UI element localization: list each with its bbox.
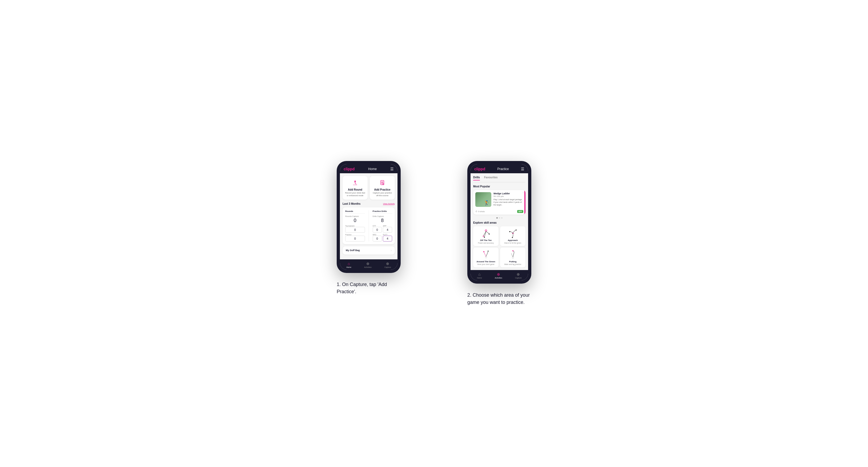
add-practice-subtitle: Capture your practice off-the-course (372, 192, 393, 197)
putting-subtitle: Make and lag practice (504, 263, 521, 265)
svg-point-19 (513, 250, 514, 251)
dots-indicator (473, 217, 525, 219)
nav-capture-1[interactable]: ⊕ Capture (384, 261, 391, 268)
activities-icon-2: ⊕ (497, 272, 500, 276)
add-round-card[interactable]: Add Round Record your shots fast or enha… (343, 176, 368, 200)
ott-label: OTT (373, 225, 382, 227)
nav-capture-label-1: Capture (384, 266, 391, 268)
view-activity-link[interactable]: View Activity (383, 203, 395, 205)
svg-rect-0 (353, 184, 357, 185)
skill-off-the-tee[interactable]: Off The Tee Power and accuracy (473, 226, 498, 246)
phone-1-frame: clippd Home ☰ (337, 161, 401, 273)
putting-title: Putting (509, 260, 517, 263)
nav-home-1[interactable]: ⌂ Home (346, 261, 351, 268)
app-stat: APP 4 (383, 225, 392, 233)
nav-capture-2[interactable]: ⊕ Capture (515, 272, 522, 279)
chevron-right-icon: › (391, 249, 392, 252)
tab-drills[interactable]: Drills (473, 176, 480, 181)
add-round-title: Add Round (348, 188, 362, 191)
skill-approach[interactable]: Approach Dial-in to hit the green (500, 226, 525, 246)
drills-capture-label: Drills Capture (373, 215, 393, 217)
clock-icon: ⏱ (475, 210, 477, 213)
skill-around-green[interactable]: Around The Green Hone your short game (473, 248, 498, 267)
practice-stat: Practice 0 (345, 234, 365, 242)
add-practice-title: Add Practice (374, 188, 390, 191)
svg-point-18 (512, 257, 514, 258)
around-green-subtitle: Hone your short game (477, 263, 494, 265)
add-round-icon (351, 179, 359, 187)
tournament-value: 0 (345, 227, 365, 233)
practice-value: 0 (345, 236, 365, 242)
nav-home-2[interactable]: ⌂ Home (477, 272, 482, 279)
drills-col: Practice Drills Drills Capture 8 OTT 0 (373, 210, 393, 242)
rounds-col: Rounds Rounds Capture 0 Tournament 0 (345, 210, 365, 242)
putt-value: 4 (383, 236, 392, 242)
my-golf-bag[interactable]: My Golf Bag › (343, 246, 395, 254)
app-badge: APP (517, 210, 523, 213)
tournament-label: Tournament (345, 225, 365, 227)
phone-1-screen: clippd Home ☰ (340, 164, 398, 270)
app-header-2: clippd Practice ☰ (470, 164, 528, 173)
golf-bag-label: My Golf Bag (346, 249, 360, 252)
nav-activities-1[interactable]: ⊕ Activities (364, 261, 372, 268)
app-value: 4 (383, 227, 392, 233)
caption-1: 1. On Capture, tap 'Add Practice'. (337, 281, 401, 295)
phone-2-section: clippd Practice ☰ Drills Favourites Most… (445, 161, 554, 306)
dot-1 (496, 217, 498, 219)
home-title: Home (368, 167, 377, 171)
svg-line-6 (486, 231, 489, 234)
svg-point-13 (509, 231, 510, 232)
bottom-nav-1: ⌂ Home ⊕ Activities ⊕ Capture (340, 259, 398, 270)
add-practice-icon (378, 179, 386, 187)
phone-2-screen: clippd Practice ☰ Drills Favourites Most… (470, 164, 528, 280)
home-icon-2: ⌂ (478, 272, 480, 276)
menu-icon-1[interactable]: ☰ (390, 167, 394, 171)
tabs-row: Drills Favourites (473, 176, 525, 182)
practice-label: Practice (345, 234, 365, 236)
drill-card-footer: ⏱ 9 shots APP (473, 209, 525, 215)
rounds-capture-label: Rounds Capture (345, 215, 365, 217)
drill-card[interactable]: 🏌 Wedge Ladder ☆ 50–100 yds Play 1 shot … (473, 190, 525, 215)
approach-subtitle: Dial-in to hit the green (504, 242, 521, 244)
drill-title: Wedge Ladder (493, 192, 510, 195)
drills-capture-value: 8 (373, 218, 393, 223)
drills-sub-stats: OTT 0 APP 4 (373, 225, 393, 242)
capture-icon-2: ⊕ (517, 272, 520, 276)
off-the-tee-title: Off The Tee (480, 239, 492, 242)
app-header-1: clippd Home ☰ (340, 164, 398, 173)
rounds-label: Rounds (345, 210, 365, 214)
star-icon[interactable]: ☆ (522, 191, 524, 194)
drill-image: 🏌 (475, 192, 491, 207)
activities-icon-1: ⊕ (366, 261, 370, 266)
skill-putting[interactable]: Putting Make and lag practice (500, 248, 525, 267)
last3months-label: Last 3 Months (343, 202, 361, 205)
putting-visual (507, 250, 518, 259)
approach-visual (507, 228, 518, 238)
practice-title: Practice (497, 167, 509, 171)
shots-count: ⏱ 9 shots (475, 210, 485, 213)
off-the-tee-subtitle: Power and accuracy (478, 242, 494, 244)
rounds-capture-value: 0 (345, 218, 365, 223)
menu-icon-2[interactable]: ☰ (521, 167, 524, 171)
add-practice-card[interactable]: Add Practice Capture your practice off-t… (370, 176, 395, 200)
svg-line-7 (485, 231, 486, 237)
shots-count-label: 9 shots (478, 210, 485, 213)
add-round-subtitle: Record your shots fast or enhanced mode (345, 192, 366, 197)
clippd-logo-2: clippd (474, 167, 485, 171)
tab-favourites[interactable]: Favourites (484, 176, 498, 181)
explore-label: Explore skill areas (473, 221, 525, 224)
svg-point-15 (485, 256, 487, 258)
arg-label: ARG (373, 234, 382, 236)
phone-2-frame: clippd Practice ☰ Drills Favourites Most… (467, 161, 531, 284)
drill-description: Play 1 shot at each target yardage. If y… (493, 198, 523, 206)
arg-stat: ARG 0 (373, 234, 382, 242)
nav-activities-2[interactable]: ⊕ Activities (495, 272, 502, 279)
ott-stat: OTT 0 (373, 225, 382, 233)
arg-value: 0 (373, 236, 382, 242)
golfer-icon: 🏌 (484, 200, 490, 206)
drill-card-content: 🏌 Wedge Ladder ☆ 50–100 yds Play 1 shot … (473, 190, 525, 209)
accent-bar (524, 190, 525, 215)
svg-point-4 (485, 230, 487, 231)
rounds-sub-stats: Tournament 0 Practice 0 (345, 225, 365, 242)
around-green-title: Around The Green (476, 260, 495, 263)
